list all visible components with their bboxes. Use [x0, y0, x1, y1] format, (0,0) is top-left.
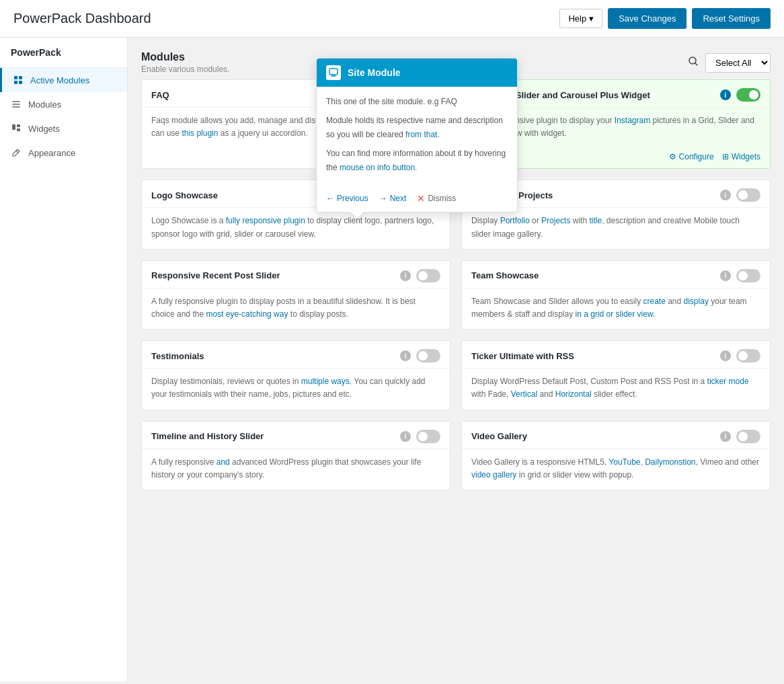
- section-title: Modules: [141, 51, 229, 63]
- module-card-header-timeline: Timeline and History Slider i: [142, 422, 450, 449]
- module-controls-portfolio: i: [720, 188, 760, 202]
- module-card-ticker: Ticker Ultimate with RSS i Display WordP…: [461, 340, 771, 410]
- module-title-faq: FAQ: [151, 90, 169, 100]
- info-icon-post-slider[interactable]: i: [400, 270, 411, 281]
- module-body-testimonials: Display testimonials, reviews or quotes …: [142, 369, 450, 409]
- tooltip-from-link[interactable]: from that.: [405, 130, 440, 139]
- section-header: Modules Enable various modules.: [141, 51, 229, 74]
- toggle-instagram[interactable]: [736, 88, 760, 102]
- toggle-timeline[interactable]: [416, 430, 440, 443]
- info-icon-team-showcase[interactable]: i: [720, 270, 731, 281]
- module-card-team-showcase: Team Showcase i Team Showcase and Slider…: [461, 260, 771, 330]
- toggle-slider-instagram: [736, 88, 760, 102]
- toggle-slider-testimonials: [416, 349, 440, 363]
- help-button[interactable]: Help ▾: [559, 9, 602, 28]
- main-content: Site Module This one of the site module.…: [128, 38, 784, 681]
- toggle-slider-ticker: [736, 349, 760, 363]
- module-body-portfolio: Display Portfolio or Projects with title…: [462, 208, 770, 248]
- toggle-team-showcase[interactable]: [736, 269, 760, 282]
- tooltip-prev-label: Previous: [337, 194, 368, 203]
- configure-label: Configure: [679, 152, 714, 161]
- module-body-post-slider: A fully responsive plugin to display pos…: [142, 289, 450, 329]
- svg-rect-0: [14, 76, 17, 79]
- module-controls-instagram: i: [720, 88, 760, 102]
- tooltip-line3: You can find more information about it b…: [326, 147, 508, 174]
- module-title-post-slider: Responsive Recent Post Slider: [151, 270, 280, 280]
- tooltip-prev-button[interactable]: ← Previous: [326, 194, 368, 203]
- info-icon-timeline[interactable]: i: [400, 431, 411, 442]
- module-desc-video-gallery: Video Gallery is a responsive HTML5, You…: [471, 457, 759, 480]
- toggle-testimonials[interactable]: [416, 349, 440, 363]
- site-module-icon: [326, 65, 341, 80]
- module-desc-team-showcase: Team Showcase and Slider allows you to e…: [471, 297, 747, 319]
- toggle-slider-video-gallery: [736, 430, 760, 443]
- sidebar-item-modules-label: Modules: [28, 100, 61, 110]
- toggle-portfolio[interactable]: [736, 188, 760, 202]
- toggle-slider-team-showcase: [736, 269, 760, 282]
- module-controls-video-gallery: i: [720, 430, 760, 443]
- sidebar-item-modules[interactable]: Modules: [0, 92, 127, 116]
- module-card-video-gallery: Video Gallery i Video Gallery is a respo…: [461, 421, 771, 490]
- info-icon-instagram[interactable]: i: [720, 89, 731, 100]
- svg-rect-7: [329, 69, 338, 75]
- tooltip-mouse-link[interactable]: mouse on info button.: [340, 163, 417, 172]
- reset-settings-button[interactable]: Reset Settings: [692, 8, 771, 29]
- search-button[interactable]: [688, 56, 699, 69]
- sidebar-item-appearance[interactable]: Appearance: [0, 141, 127, 165]
- module-desc-portfolio: Display Portfolio or Projects with title…: [471, 216, 740, 238]
- module-body-ticker: Display WordPress Default Post, Custom P…: [462, 369, 770, 409]
- select-all-dropdown[interactable]: Select All: [705, 53, 771, 73]
- help-label: Help: [568, 13, 586, 24]
- tooltip-next-label: Next: [390, 194, 407, 203]
- arrow-right-icon: →: [379, 194, 387, 203]
- toggle-slider-portfolio: [736, 188, 760, 202]
- sidebar-item-active-modules-label: Active Modules: [30, 75, 89, 85]
- tooltip-next-button[interactable]: → Next: [379, 194, 407, 203]
- info-icon-ticker[interactable]: i: [720, 350, 731, 361]
- svg-rect-5: [17, 124, 20, 127]
- tooltip-dismiss-label: Dismiss: [428, 194, 456, 203]
- module-title-ticker: Ticker Ultimate with RSS: [471, 351, 574, 361]
- widgets-link-instagram[interactable]: ⊞ Widgets: [722, 152, 760, 161]
- module-card-header-team-showcase: Team Showcase i: [462, 261, 770, 289]
- module-card-header-ticker: Ticker Ultimate with RSS i: [462, 341, 770, 369]
- toggle-slider-timeline: [416, 430, 440, 443]
- module-desc-timeline: A fully responsive and advanced WordPres…: [151, 457, 421, 480]
- module-controls-team-showcase: i: [720, 269, 760, 282]
- top-bar: PowerPack Dashboard Help ▾ Save Changes …: [0, 0, 784, 38]
- module-title-timeline: Timeline and History Slider: [151, 431, 264, 441]
- tooltip-title: Site Module: [348, 67, 401, 78]
- tooltip-footer: ← Previous → Next ✕ Dismiss: [317, 188, 517, 212]
- sidebar-item-appearance-label: Appearance: [28, 148, 75, 158]
- module-controls-testimonials: i: [400, 349, 440, 363]
- info-icon-portfolio[interactable]: i: [720, 190, 731, 200]
- save-changes-button[interactable]: Save Changes: [608, 8, 687, 29]
- module-body-timeline: A fully responsive and advanced WordPres…: [142, 449, 450, 490]
- svg-rect-6: [17, 128, 20, 131]
- tooltip-line2: Module holds its respective name and des…: [326, 114, 508, 141]
- section-subtitle: Enable various modules.: [141, 65, 229, 74]
- module-desc-logo-showcase: Logo Showcase is a fully responsive plug…: [151, 216, 434, 238]
- configure-link-instagram[interactable]: ⚙ Configure: [669, 152, 714, 161]
- toggle-post-slider[interactable]: [416, 269, 440, 282]
- module-card-timeline: Timeline and History Slider i A fully re…: [141, 421, 450, 490]
- info-icon-testimonials[interactable]: i: [400, 350, 411, 361]
- puzzle-icon: [13, 75, 24, 85]
- toggle-slider-post-slider: [416, 269, 440, 282]
- widget-icon: [11, 123, 22, 134]
- widgets-label: Widgets: [732, 152, 760, 161]
- tooltip-dismiss-button[interactable]: ✕ Dismiss: [417, 193, 456, 204]
- module-card-header-testimonials: Testimonials i: [142, 341, 450, 369]
- module-card-testimonials: Testimonials i Display testimonials, rev…: [141, 340, 450, 410]
- info-icon-video-gallery[interactable]: i: [720, 431, 731, 442]
- module-title-team-showcase: Team Showcase: [471, 270, 539, 280]
- module-card-header-video-gallery: Video Gallery i: [462, 422, 770, 449]
- modules-icon: [11, 99, 22, 110]
- sidebar-item-active-modules[interactable]: Active Modules: [0, 68, 127, 92]
- toggle-ticker[interactable]: [736, 349, 760, 363]
- sidebar-item-widgets[interactable]: Widgets: [0, 116, 127, 141]
- svg-rect-2: [14, 81, 17, 84]
- toggle-video-gallery[interactable]: [736, 430, 760, 443]
- tooltip-header: Site Module: [317, 59, 517, 87]
- svg-rect-1: [19, 76, 22, 79]
